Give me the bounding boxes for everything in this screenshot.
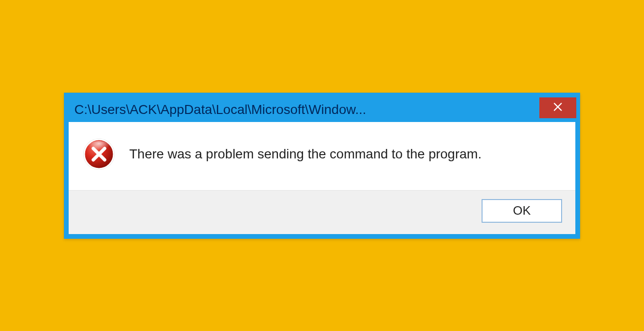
dialog-body: There was a problem sending the command …: [69, 122, 575, 190]
close-icon: [553, 102, 563, 114]
dialog-titlebar[interactable]: C:\Users\ACK\AppData\Local\Microsoft\Win…: [69, 97, 575, 122]
ok-button[interactable]: OK: [482, 199, 562, 223]
dialog-message: There was a problem sending the command …: [129, 147, 482, 162]
close-button[interactable]: [539, 97, 576, 118]
error-dialog: C:\Users\ACK\AppData\Local\Microsoft\Win…: [64, 93, 580, 239]
dialog-button-row: OK: [69, 190, 575, 234]
error-icon: [82, 137, 116, 171]
dialog-title: C:\Users\ACK\AppData\Local\Microsoft\Win…: [74, 102, 539, 117]
